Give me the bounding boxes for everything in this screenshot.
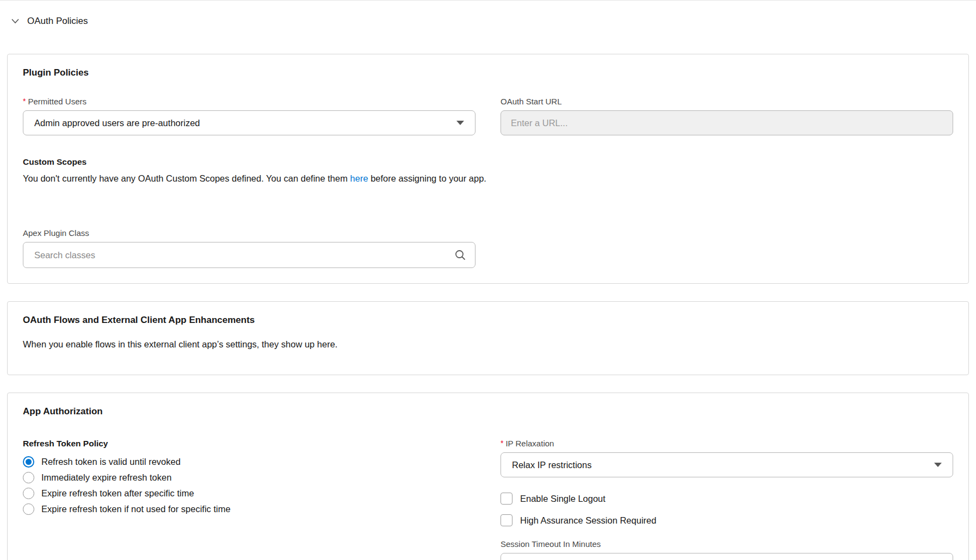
app-authorization-card: App Authorization Refresh Token Policy R… xyxy=(7,393,969,560)
required-asterisk: * xyxy=(23,97,26,106)
ip-relaxation-field: * IP Relaxation Relax IP restrictions En… xyxy=(501,439,953,560)
permitted-users-field: * Permitted Users Admin approved users a… xyxy=(23,97,475,135)
oauth-flows-card: OAuth Flows and External Client App Enha… xyxy=(7,301,969,375)
section-title: OAuth Policies xyxy=(27,16,88,27)
oauth-policies-section-header[interactable]: OAuth Policies xyxy=(0,1,976,27)
apex-plugin-class-label: Apex Plugin Class xyxy=(23,228,475,238)
radio-option-expire-if-not-used[interactable]: Expire refresh token if not used for spe… xyxy=(23,501,475,517)
refresh-token-radio[interactable] xyxy=(23,488,34,499)
refresh-token-radio[interactable] xyxy=(23,472,34,483)
radio-option-expire-after-time[interactable]: Expire refresh token after specific time xyxy=(23,486,475,501)
radio-option-immediately-expire[interactable]: Immediately expire refresh token xyxy=(23,470,475,486)
oauth-start-url-label: OAuth Start URL xyxy=(501,97,953,106)
radio-label: Expire refresh token after specific time xyxy=(41,488,194,499)
refresh-token-policy-field: Refresh Token Policy Refresh token is va… xyxy=(23,439,475,560)
oauth-flows-description: When you enable flows in this external c… xyxy=(23,338,953,351)
required-asterisk: * xyxy=(501,439,503,448)
oauth-flows-heading: OAuth Flows and External Client App Enha… xyxy=(23,315,953,326)
plugin-policies-heading: Plugin Policies xyxy=(23,67,953,78)
chevron-down-icon xyxy=(934,463,942,467)
checkbox-label: Enable Single Logout xyxy=(520,494,606,504)
here-link[interactable]: here xyxy=(350,173,368,183)
session-timeout-label: Session Timeout In Minutes xyxy=(501,539,953,549)
enable-single-logout-row[interactable]: Enable Single Logout xyxy=(501,493,953,505)
apex-class-search-input[interactable] xyxy=(33,250,454,261)
app-authorization-heading: App Authorization xyxy=(23,406,953,417)
chevron-down-icon[interactable] xyxy=(11,17,20,26)
permitted-users-value: Admin approved users are pre-authorized xyxy=(34,118,200,128)
chevron-down-icon xyxy=(456,121,464,125)
radio-label: Refresh token is valid until revoked xyxy=(41,457,181,467)
refresh-token-radio[interactable] xyxy=(23,456,34,468)
refresh-token-radio-group: Refresh token is valid until revoked Imm… xyxy=(23,454,475,517)
radio-option-valid-until-revoked[interactable]: Refresh token is valid until revoked xyxy=(23,454,475,470)
oauth-start-url-input xyxy=(501,110,953,135)
checkbox[interactable] xyxy=(501,493,512,505)
search-icon xyxy=(454,249,466,261)
apex-class-search[interactable] xyxy=(23,242,475,268)
custom-scopes-heading: Custom Scopes xyxy=(23,157,953,167)
permitted-users-select[interactable]: Admin approved users are pre-authorized xyxy=(23,110,475,135)
permitted-users-label: * Permitted Users xyxy=(23,97,475,106)
apex-plugin-class-field: Apex Plugin Class xyxy=(23,203,475,268)
radio-label: Expire refresh token if not used for spe… xyxy=(41,504,231,514)
checkbox-label: High Assurance Session Required xyxy=(520,515,656,526)
ip-relaxation-select[interactable]: Relax IP restrictions xyxy=(501,452,953,477)
custom-scopes-text: You don't currently have any OAuth Custo… xyxy=(23,172,953,185)
refresh-token-policy-label: Refresh Token Policy xyxy=(23,439,475,449)
plugin-policies-card: Plugin Policies * Permitted Users Admin … xyxy=(7,54,969,284)
ip-relaxation-value: Relax IP restrictions xyxy=(512,460,591,470)
session-timeout-input[interactable] xyxy=(501,553,953,560)
ip-relaxation-label: * IP Relaxation xyxy=(501,439,953,448)
refresh-token-radio[interactable] xyxy=(23,503,34,515)
oauth-start-url-field: OAuth Start URL xyxy=(501,97,953,135)
radio-label: Immediately expire refresh token xyxy=(41,472,171,483)
checkbox[interactable] xyxy=(501,514,512,526)
high-assurance-session-row[interactable]: High Assurance Session Required xyxy=(501,514,953,526)
